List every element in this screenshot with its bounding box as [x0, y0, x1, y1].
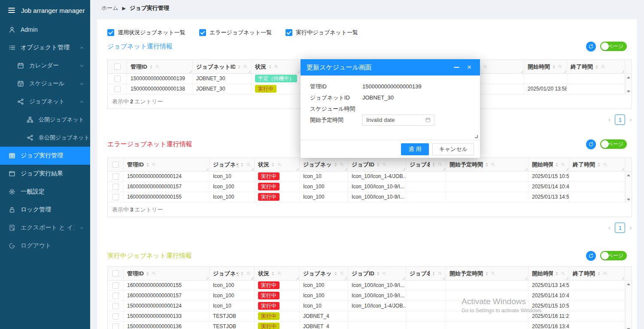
search-icon[interactable] — [561, 271, 565, 276]
checkbox-empty[interactable] — [112, 303, 119, 309]
column-resize-corner[interactable] — [525, 277, 527, 279]
checkbox-empty[interactable] — [112, 282, 119, 289]
column-header-end-time[interactable]: 終了時間 — [569, 267, 625, 280]
column-header-jobnet-id[interactable]: ジョブネットID — [210, 267, 255, 280]
sidebar-item-logout[interactable]: ログアウト — [0, 237, 90, 255]
search-icon[interactable] — [558, 64, 562, 69]
column-header-status[interactable]: 状況 — [255, 158, 300, 171]
sort-icon[interactable] — [333, 271, 338, 276]
column-resize-corner[interactable] — [251, 277, 253, 279]
column-resize-corner[interactable] — [443, 277, 445, 279]
column-header-jobnet-name[interactable]: ジョブネット... — [300, 267, 348, 280]
search-icon[interactable] — [274, 64, 279, 69]
cancel-button[interactable]: キャンセル — [432, 143, 474, 155]
sort-icon[interactable] — [554, 271, 559, 276]
column-header-job-name[interactable]: ジョブ名 — [406, 158, 446, 171]
column-resize-corner[interactable] — [525, 168, 527, 170]
column-header-end-time[interactable]: 終了時間 — [569, 158, 625, 171]
search-icon[interactable] — [382, 162, 387, 167]
column-header-end-time[interactable]: 終了時間 — [567, 60, 625, 73]
table-row[interactable]: 1600000000000000155Icon_100実行中Icon_100Ic… — [108, 192, 632, 202]
checkbox-empty[interactable] — [112, 293, 119, 299]
sidebar-item-public-jobnet[interactable]: 公開ジョブネット — [0, 111, 90, 129]
search-icon[interactable] — [491, 271, 495, 276]
table-row[interactable]: 1600000000000000155Icon_100実行中Icon_100Ic… — [108, 281, 632, 291]
pagination-page-1[interactable]: 1 — [615, 223, 625, 233]
column-resize-corner[interactable] — [251, 168, 253, 170]
table-scrollbar[interactable] — [625, 281, 632, 329]
table-row[interactable]: 1500000000000000133TESTJOB実行中JOBNET_4202… — [108, 311, 632, 322]
row-checkbox[interactable] — [108, 182, 124, 192]
checkbox-empty[interactable] — [112, 194, 119, 200]
checkbox-checked-icon[interactable] — [286, 29, 292, 36]
table-scrollbar[interactable] — [625, 172, 632, 203]
hamburger-menu-icon[interactable] — [8, 6, 15, 14]
row-checkbox[interactable] — [108, 74, 127, 84]
checkbox-empty[interactable] — [112, 313, 119, 320]
search-icon[interactable] — [483, 64, 488, 69]
row-checkbox[interactable] — [108, 322, 124, 329]
column-resize-corner[interactable] — [296, 168, 298, 170]
checkbox-empty[interactable] — [114, 75, 121, 82]
table-row[interactable]: 1600000000000000157Icon_100実行中Icon_100Ic… — [108, 182, 632, 192]
sidebar-item-lock-management[interactable]: ロック管理 — [0, 201, 90, 219]
scroll-up-arrow-icon[interactable] — [626, 281, 632, 287]
sidebar-item-export-import[interactable]: エクスポート と インポ... — [0, 219, 90, 237]
search-icon[interactable] — [603, 162, 608, 167]
pagination-page-1[interactable]: 1 — [615, 115, 625, 125]
column-header-admin-id[interactable]: 管理ID — [124, 158, 210, 171]
checkbox-checked-icon[interactable] — [199, 29, 206, 36]
search-icon[interactable] — [243, 64, 248, 69]
sort-icon[interactable] — [267, 64, 273, 69]
row-checkbox[interactable] — [108, 172, 124, 181]
sort-icon[interactable] — [431, 271, 436, 276]
page-toggle[interactable]: ページ — [600, 251, 627, 260]
page-toggle[interactable]: ページ — [600, 42, 627, 51]
select-all-checkbox[interactable] — [108, 158, 124, 171]
column-resize-corner[interactable] — [622, 70, 624, 72]
search-icon[interactable] — [491, 162, 495, 167]
column-header-scheduled-start-time[interactable]: 開始予定時間 — [446, 158, 529, 171]
breadcrumb-home[interactable]: ホーム — [101, 4, 118, 12]
sort-icon[interactable] — [551, 64, 556, 69]
sort-icon[interactable] — [376, 271, 381, 276]
row-checkbox[interactable] — [108, 281, 124, 290]
start-time-input[interactable]: Invalid date — [362, 115, 434, 126]
scroll-up-arrow-icon[interactable] — [626, 172, 632, 178]
refresh-button[interactable] — [586, 251, 596, 261]
column-header-status[interactable]: 状況 — [252, 60, 301, 73]
column-header-start-time[interactable]: 開始時間 — [529, 267, 569, 280]
row-checkbox[interactable] — [108, 84, 127, 94]
filter-running-jobnet-list[interactable]: 実行中ジョブネット一覧 — [286, 29, 358, 36]
column-header-scheduled-start-time[interactable]: 開始予定時間 — [446, 267, 529, 280]
sort-icon[interactable] — [145, 271, 150, 276]
sort-icon[interactable] — [149, 64, 154, 69]
column-resize-corner[interactable] — [345, 277, 347, 279]
column-resize-corner[interactable] — [566, 277, 568, 279]
column-resize-corner[interactable] — [296, 277, 298, 279]
column-resize-corner[interactable] — [622, 168, 624, 170]
column-resize-corner[interactable] — [206, 277, 208, 279]
select-all-checkbox[interactable] — [108, 267, 124, 280]
sidebar-item-schedule[interactable]: スケジュール — [0, 75, 90, 93]
sort-icon[interactable] — [270, 271, 276, 276]
checkbox-empty[interactable] — [112, 161, 119, 168]
scroll-down-arrow-icon[interactable] — [626, 326, 632, 329]
sidebar-item-object-management[interactable]: オブジェクト管理 — [0, 39, 90, 57]
sidebar-header[interactable]: Job arranger manager — [0, 0, 90, 21]
column-resize-corner[interactable] — [564, 70, 566, 72]
pagination-next-icon[interactable]: › — [629, 115, 632, 125]
column-resize-corner[interactable] — [345, 168, 347, 170]
sidebar-item-general-settings[interactable]: 一般設定 — [0, 183, 90, 201]
sort-icon[interactable] — [554, 162, 559, 167]
close-icon[interactable]: × — [465, 63, 474, 72]
sort-icon[interactable] — [145, 162, 150, 167]
search-icon[interactable] — [246, 271, 251, 276]
checkbox-empty[interactable] — [114, 86, 121, 92]
checkbox-empty[interactable] — [112, 184, 119, 190]
sort-icon[interactable] — [594, 64, 599, 69]
pagination-prev-icon[interactable]: ‹ — [608, 115, 611, 125]
search-icon[interactable] — [277, 271, 282, 276]
search-icon[interactable] — [601, 64, 605, 69]
sort-icon[interactable] — [596, 271, 601, 276]
